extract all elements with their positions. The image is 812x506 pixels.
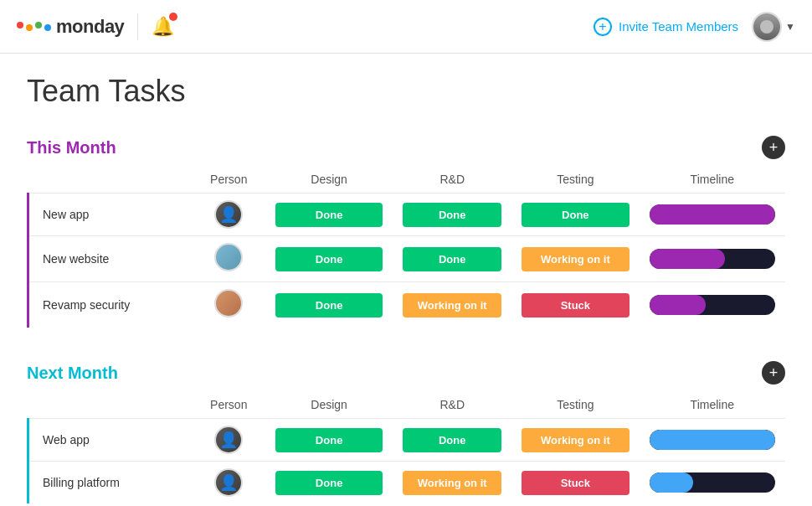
avatar: 👤 xyxy=(214,426,243,454)
timeline-bar xyxy=(650,472,775,493)
timeline-cell xyxy=(640,282,785,328)
logo-dots xyxy=(17,22,51,31)
status-badge: Stuck xyxy=(522,293,630,318)
logo-dot-orange xyxy=(26,24,33,31)
header-divider xyxy=(137,13,138,40)
testing-cell: Stuck xyxy=(511,462,640,504)
col-header-timeline: Timeline xyxy=(640,166,785,194)
logo-dot-blue xyxy=(44,24,51,31)
task-name: Revamp security xyxy=(28,282,193,328)
timeline-bar xyxy=(650,249,775,269)
rnd-cell: Working on it xyxy=(393,462,511,504)
this-month-title: This Month xyxy=(27,138,116,157)
add-this-month-button[interactable]: + xyxy=(762,136,785,159)
timeline-fill xyxy=(650,295,707,315)
avatar-head xyxy=(760,20,773,34)
design-cell: Done xyxy=(265,419,393,462)
timeline-bar xyxy=(650,204,775,225)
status-badge: Working on it xyxy=(522,428,630,452)
invite-button-label: Invite Team Members xyxy=(619,19,738,34)
chevron-down-icon: ▼ xyxy=(785,21,795,33)
bell-icon-wrapper[interactable]: 🔔 xyxy=(152,16,174,38)
status-badge: Done xyxy=(403,247,501,271)
person-cell: 👤 xyxy=(193,462,265,504)
col-header-timeline: Timeline xyxy=(640,391,785,419)
design-cell: Done xyxy=(265,236,393,282)
testing-cell: Working on it xyxy=(511,419,640,462)
col-header-testing: Testing xyxy=(511,166,640,194)
avatar xyxy=(214,243,243,271)
task-name: New website xyxy=(28,236,193,282)
col-header-testing: Testing xyxy=(511,391,640,419)
status-badge: Done xyxy=(403,203,501,227)
avatar: 👤 xyxy=(214,468,243,497)
table-row: New app 👤 Done Done Done xyxy=(28,194,786,236)
status-badge: Stuck xyxy=(522,471,630,495)
timeline-bar xyxy=(650,430,775,450)
invite-plus-icon: + xyxy=(594,18,612,36)
header-right: + Invite Team Members ▼ xyxy=(594,12,795,42)
col-header-person: Person xyxy=(193,391,265,419)
person-cell: 👤 xyxy=(193,194,265,236)
next-month-header: Next Month + xyxy=(27,361,785,385)
design-cell: Done xyxy=(265,282,393,328)
add-next-month-button[interactable]: + xyxy=(762,361,785,385)
col-header-task xyxy=(28,166,193,194)
person-cell: 👤 xyxy=(193,419,265,462)
status-badge: Working on it xyxy=(403,293,501,318)
logo-text: monday xyxy=(56,16,124,38)
rnd-cell: Working on it xyxy=(393,282,511,328)
timeline-cell xyxy=(640,419,785,462)
page-title: Team Tasks xyxy=(27,74,785,109)
status-badge: Done xyxy=(275,471,383,495)
timeline-fill xyxy=(650,204,775,225)
status-badge: Working on it xyxy=(522,247,630,271)
avatar: 👤 xyxy=(214,200,243,229)
col-header-design: Design xyxy=(265,391,393,419)
col-header-rnd: R&D xyxy=(393,166,511,194)
invite-team-button[interactable]: + Invite Team Members xyxy=(594,18,738,36)
next-month-title: Next Month xyxy=(27,364,118,383)
design-cell: Done xyxy=(265,462,393,504)
task-name: New app xyxy=(28,194,193,236)
status-badge: Done xyxy=(275,293,383,318)
next-month-header-row: Person Design R&D Testing Timeline xyxy=(28,391,786,419)
timeline-fill xyxy=(650,249,725,269)
status-badge: Done xyxy=(275,247,383,271)
task-name: Web app xyxy=(28,419,193,462)
status-badge: Done xyxy=(403,428,501,452)
testing-cell: Stuck xyxy=(511,282,640,328)
rnd-cell: Done xyxy=(393,194,511,236)
this-month-header-row: Person Design R&D Testing Timeline xyxy=(28,166,786,194)
col-header-task xyxy=(28,391,193,419)
app-header: monday 🔔 + Invite Team Members ▼ xyxy=(0,0,812,54)
main-content: Team Tasks This Month + Person Design R&… xyxy=(0,54,812,506)
testing-cell: Done xyxy=(511,194,640,236)
monday-logo: monday xyxy=(17,16,124,38)
timeline-cell xyxy=(640,194,785,236)
timeline-cell xyxy=(640,236,785,282)
header-left: monday 🔔 xyxy=(17,13,174,40)
person-cell xyxy=(193,282,265,328)
next-month-table: Person Design R&D Testing Timeline Web a… xyxy=(27,391,785,503)
status-badge: Done xyxy=(275,428,383,452)
this-month-header: This Month + xyxy=(27,136,785,159)
logo-dot-red xyxy=(17,22,23,28)
rnd-cell: Done xyxy=(393,419,511,462)
this-month-section: This Month + Person Design R&D Testing T… xyxy=(27,136,785,328)
timeline-cell xyxy=(640,462,785,504)
task-name: Billing platform xyxy=(28,462,193,504)
logo-dot-green xyxy=(35,22,42,28)
status-badge: Done xyxy=(522,203,630,227)
next-month-section: Next Month + Person Design R&D Testing T… xyxy=(27,361,785,503)
col-header-design: Design xyxy=(265,166,393,194)
avatar-silhouette xyxy=(753,13,780,40)
timeline-fill xyxy=(650,472,694,493)
user-avatar-wrapper[interactable]: ▼ xyxy=(752,12,795,42)
status-badge: Done xyxy=(275,203,383,227)
avatar xyxy=(214,289,243,318)
status-badge: Working on it xyxy=(403,471,501,495)
testing-cell: Working on it xyxy=(511,236,640,282)
notification-badge xyxy=(169,13,177,21)
timeline-bar xyxy=(650,295,775,315)
